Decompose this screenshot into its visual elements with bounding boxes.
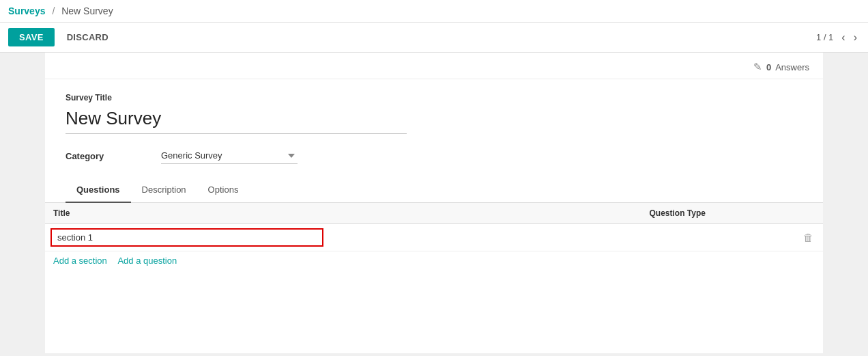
add-links-row: Add a section Add a question [45,251,823,275]
category-label: Category [66,151,161,161]
answers-count: 0 [766,62,771,72]
action-toolbar: SAVE DISCARD 1 / 1 ‹ › [0,23,868,53]
toolbar-left: SAVE DISCARD [8,28,115,46]
table-row: 🗑 [45,224,823,251]
breadcrumb: Surveys / New Survey [0,0,868,23]
survey-title-input[interactable] [66,105,407,134]
category-select[interactable]: Generic Survey Assessment Custom [161,148,298,164]
section-title-input[interactable] [50,228,323,247]
col-actions [794,203,823,224]
add-question-link[interactable]: Add a question [117,256,177,266]
pager-next-button[interactable]: › [851,30,860,45]
breadcrumb-parent[interactable]: Surveys [8,5,45,16]
tab-options[interactable]: Options [197,178,250,203]
add-section-link[interactable]: Add a section [53,256,107,266]
breadcrumb-separator: / [52,5,55,16]
pager-info: 1 / 1 [816,32,833,42]
add-links-cell: Add a section Add a question [45,251,823,275]
toolbar-right: 1 / 1 ‹ › [816,30,860,45]
tab-questions[interactable]: Questions [66,178,131,203]
main-content: ✎ 0 Answers Survey Title Category Generi… [0,53,868,353]
pager-nav: 1 / 1 ‹ › [816,30,860,45]
form-card: ✎ 0 Answers Survey Title Category Generi… [45,53,823,353]
col-title: Title [45,203,641,224]
section-action-cell: 🗑 [794,224,823,251]
discard-button[interactable]: DISCARD [60,28,115,46]
edit-answers-icon[interactable]: ✎ [753,61,762,73]
save-button[interactable]: SAVE [8,28,55,46]
delete-section-button[interactable]: 🗑 [799,230,818,245]
col-question-type: Question Type [641,203,794,224]
category-value: Generic Survey Assessment Custom [161,148,298,164]
bottom-area [0,353,868,356]
pager-prev-button[interactable]: ‹ [839,30,848,45]
survey-title-label: Survey Title [66,93,802,102]
answers-label: Answers [775,62,809,72]
questions-table: Title Question Type 🗑 Add [45,203,823,274]
tabs-bar: Questions Description Options [45,178,823,203]
breadcrumb-current: New Survey [61,5,113,16]
table-header-row: Title Question Type [45,203,823,224]
section-type-cell [641,224,794,251]
category-row: Category Generic Survey Assessment Custo… [66,148,802,164]
answers-header: ✎ 0 Answers [45,53,823,79]
answers-widget: ✎ 0 Answers [753,61,809,73]
section-title-cell [45,224,641,251]
survey-form: Survey Title Category Generic Survey Ass… [45,79,823,164]
tab-description[interactable]: Description [131,178,197,203]
